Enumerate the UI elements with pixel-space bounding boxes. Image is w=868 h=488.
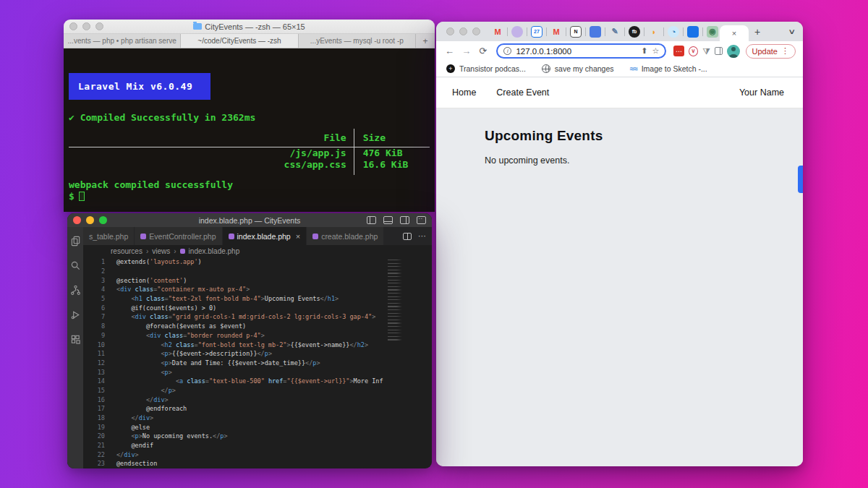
nav-link-home[interactable]: Home	[452, 87, 476, 98]
code-editor-area[interactable]: 1@extends('layouts.app')23@section('cont…	[83, 257, 432, 468]
code-line[interactable]: 12 <p>Date and Time: {{$event->date_time…	[83, 359, 432, 368]
zoom-button[interactable]	[99, 216, 107, 224]
scrollbar-thumb[interactable]	[798, 166, 803, 193]
gmail-pinned-tab-2[interactable]: M	[550, 26, 562, 38]
adblock-extension-icon[interactable]: ⋯	[673, 46, 684, 56]
close-button[interactable]	[73, 216, 81, 224]
code-line[interactable]: 18 </div>	[83, 414, 432, 423]
minimize-button[interactable]	[459, 27, 467, 35]
code-line[interactable]: 14 <a class="text-blue-500" href="{{$eve…	[83, 377, 432, 386]
code-line[interactable]: 1@extends('layouts.app')	[83, 257, 432, 267]
editor-window-controls[interactable]	[73, 216, 107, 224]
code-line[interactable]: 11 <p>{{$event->description}}</p>	[83, 349, 432, 359]
site-info-icon[interactable]: i	[503, 47, 511, 55]
new-tab-button[interactable]: +	[749, 26, 766, 38]
close-tab-icon[interactable]: ×	[732, 29, 736, 38]
editor-tab[interactable]: s_table.php	[83, 227, 135, 245]
customize-layout-icon[interactable]	[417, 216, 426, 224]
breadcrumb-item[interactable]: resources	[111, 247, 142, 255]
green-app-pinned-tab[interactable]: ◉	[707, 26, 718, 38]
close-button[interactable]	[446, 27, 454, 35]
bookmark-star-icon[interactable]: ☆	[652, 46, 660, 56]
code-line[interactable]: 4<div class="container mx-auto px-4">	[83, 285, 432, 294]
code-line[interactable]: 20 <p>No upcoming events.</p>	[83, 432, 432, 441]
editor-tab[interactable]: create.blade.php	[307, 227, 384, 245]
code-line[interactable]: 2	[83, 267, 432, 276]
code-line[interactable]: 5 <h1 class="text-2xl font-bold mb-4">Up…	[83, 294, 432, 304]
menu-dots-icon[interactable]: ⋮	[781, 46, 789, 56]
run-debug-icon[interactable]	[70, 309, 81, 320]
nav-link-create-event[interactable]: Create Event	[496, 87, 549, 98]
code-line[interactable]: 17 @endforeach	[83, 404, 432, 414]
terminal-tab[interactable]: ...vents — php • php artisan serve	[64, 34, 181, 48]
forward-icon[interactable]: →	[460, 46, 472, 56]
terminal-tab[interactable]: ~/code/CityEvents — -zsh	[181, 34, 298, 48]
pocket-extension-icon[interactable]: ∨	[689, 46, 698, 56]
code-line[interactable]: 23@endsection	[83, 459, 432, 468]
gmail-pinned-tab[interactable]: M	[492, 26, 503, 38]
breadcrumb-item[interactable]: index.blade.php	[189, 247, 240, 255]
profile-avatar[interactable]	[727, 45, 739, 58]
extensions-icon[interactable]	[70, 334, 81, 345]
code-line[interactable]: 21 @endif	[83, 441, 432, 450]
code-line[interactable]: 8 @foreach($events as $event)	[83, 322, 432, 331]
google-calendar-pinned-tab[interactable]: 27	[531, 26, 542, 38]
code-line[interactable]: 16 </div>	[83, 395, 432, 404]
minimap[interactable]	[388, 260, 402, 341]
bookmark-item[interactable]: +Transistor podcas...	[446, 64, 526, 73]
lavender-app-pinned-tab[interactable]	[511, 26, 523, 38]
breadcrumb-item[interactable]: views	[152, 247, 170, 255]
code-line[interactable]: 3@section('content')	[83, 275, 432, 285]
code-line[interactable]: 13 <p>	[83, 367, 432, 377]
account-menu[interactable]: Your Name	[739, 87, 784, 98]
explorer-icon[interactable]	[70, 236, 81, 247]
minimize-button[interactable]	[86, 216, 94, 224]
code-line[interactable]: 22</div>	[83, 450, 432, 459]
toggle-sidebar-icon[interactable]	[367, 216, 376, 224]
search-icon[interactable]	[70, 260, 81, 271]
more-actions-icon[interactable]: ⋯	[418, 231, 426, 241]
close-tab-icon[interactable]: ×	[296, 232, 300, 241]
url-text[interactable]: 127.0.0.1:8000	[516, 47, 637, 56]
reload-icon[interactable]: ⟳	[477, 46, 489, 56]
terminal-cursor	[79, 192, 85, 201]
editor-titlebar[interactable]: index.blade.php — CityEvents	[67, 213, 432, 227]
source-control-icon[interactable]	[70, 285, 81, 296]
orange-app-pinned-tab[interactable]: ◗	[648, 26, 660, 38]
shell-prompt[interactable]: $	[69, 191, 430, 202]
code-line[interactable]: 6 @if(count($events) > 0)	[83, 303, 432, 312]
zoom-button[interactable]	[472, 27, 480, 35]
blue-app-pinned-tab[interactable]	[590, 26, 601, 38]
code-line[interactable]: 7 <div class="grid grid-cols-1 md:grid-c…	[83, 312, 432, 322]
browser-window-controls[interactable]	[446, 27, 480, 35]
code-line[interactable]: 10 <h2 class="font-bold text-lg mb-2">{{…	[83, 340, 432, 349]
toggle-panel-icon[interactable]	[383, 216, 393, 224]
split-editor-icon[interactable]	[403, 233, 412, 240]
tab-search-chevron-icon[interactable]: ∨	[788, 27, 796, 35]
editor-tab[interactable]: EventController.php	[135, 227, 222, 245]
editor-tab[interactable]: index.blade.php×	[223, 227, 307, 245]
toggle-secondary-sidebar-icon[interactable]	[400, 216, 409, 224]
address-bar[interactable]: i 127.0.0.1:8000 ⬆ ☆	[496, 43, 666, 59]
back-icon[interactable]: ←	[443, 46, 456, 56]
dark-circle-app-pinned-tab[interactable]: fb	[629, 26, 640, 38]
notion-pinned-tab[interactable]: N	[570, 26, 582, 38]
terminal-new-tab-button[interactable]: +	[416, 34, 435, 48]
terminal-tab[interactable]: ...yEvents — mysql -u root -p	[299, 34, 416, 48]
terminal-content[interactable]: Laravel Mix v6.0.49 ✔ Compiled Successfu…	[64, 48, 435, 212]
blue-square-app-pinned-tab[interactable]	[687, 26, 699, 38]
breadcrumb[interactable]: resources›views›index.blade.php	[83, 245, 432, 257]
code-line[interactable]: 9 <div class="border rounded p-4">	[83, 331, 432, 341]
update-button[interactable]: Update ⋮	[746, 44, 796, 59]
bookmark-item[interactable]: save my changes	[542, 64, 614, 73]
code-line[interactable]: 19 @else	[83, 422, 432, 432]
pen-app-pinned-tab[interactable]: ✎	[609, 26, 621, 38]
extensions-puzzle-icon[interactable]: ⧩	[702, 46, 710, 56]
code-line[interactable]: 15 </p>	[83, 386, 432, 395]
bookmark-item[interactable]: ≈≈Image to Sketch -...	[630, 64, 707, 73]
active-tab[interactable]: ×	[720, 25, 749, 41]
terminal-titlebar[interactable]: CityEvents — -zsh — 65×15	[64, 20, 435, 34]
side-panel-icon[interactable]	[715, 47, 723, 55]
gauge-app-pinned-tab[interactable]: ◔	[668, 26, 679, 38]
share-icon[interactable]: ⬆	[641, 46, 647, 56]
